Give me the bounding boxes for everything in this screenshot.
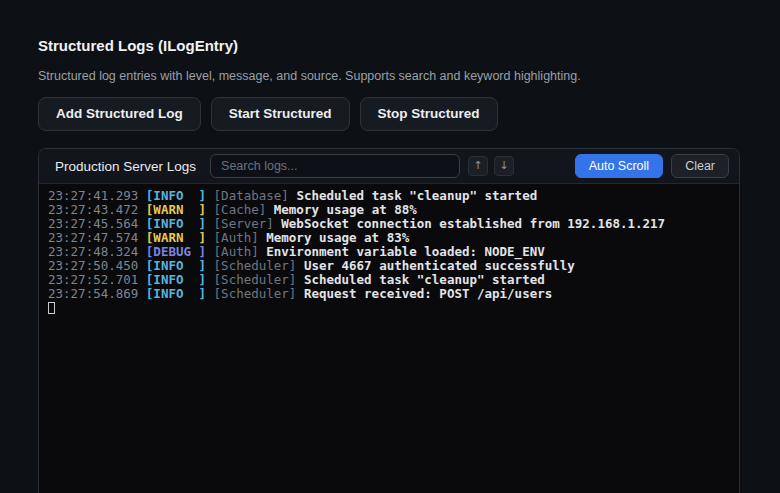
page-subtitle: Structured log entries with level, messa…: [38, 69, 740, 84]
page-title: Structured Logs (ILogEntry): [38, 36, 740, 55]
start-structured-button[interactable]: Start Structured: [211, 97, 350, 131]
log-line: 23:27:48.324 [DEBUG ] [Auth] Environment…: [48, 245, 730, 259]
add-structured-log-button[interactable]: Add Structured Log: [38, 97, 201, 131]
log-panel-header: Production Server Logs ↑ ↓ Auto Scroll C…: [39, 149, 739, 184]
next-match-button[interactable]: ↓: [494, 156, 514, 176]
log-panel: Production Server Logs ↑ ↓ Auto Scroll C…: [38, 148, 740, 493]
stop-structured-button[interactable]: Stop Structured: [360, 97, 498, 131]
arrow-up-icon: ↑: [473, 159, 482, 172]
prev-match-button[interactable]: ↑: [468, 156, 488, 176]
log-output[interactable]: 23:27:41.293 [INFO ] [Database] Schedule…: [39, 184, 739, 493]
auto-scroll-button[interactable]: Auto Scroll: [575, 154, 663, 178]
page: Structured Logs (ILogEntry) Structured l…: [0, 36, 780, 493]
log-line: 23:27:50.450 [INFO ] [Scheduler] User 46…: [48, 259, 730, 273]
terminal-cursor: [48, 302, 55, 314]
log-line: 23:27:45.564 [INFO ] [Server] WebSocket …: [48, 217, 730, 231]
log-line: 23:27:41.293 [INFO ] [Database] Schedule…: [48, 189, 730, 203]
log-line: 23:27:54.869 [INFO ] [Scheduler] Request…: [48, 287, 730, 301]
log-line: 23:27:43.472 [WARN ] [Cache] Memory usag…: [48, 203, 730, 217]
log-line: 23:27:52.701 [INFO ] [Scheduler] Schedul…: [48, 273, 730, 287]
arrow-down-icon: ↓: [499, 159, 508, 172]
toolbar: Add Structured Log Start Structured Stop…: [38, 97, 740, 131]
clear-button[interactable]: Clear: [671, 154, 729, 178]
log-line: 23:27:47.574 [WARN ] [Auth] Memory usage…: [48, 231, 730, 245]
search-input[interactable]: [210, 154, 460, 178]
log-panel-title: Production Server Logs: [55, 159, 196, 174]
